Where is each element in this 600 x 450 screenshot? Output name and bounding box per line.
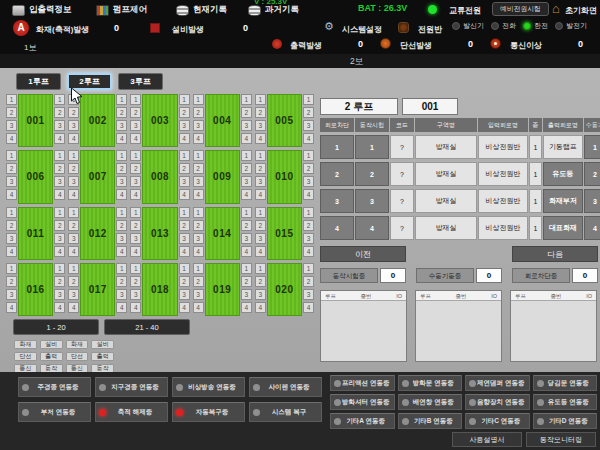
block-subpoint[interactable]: 1: [303, 150, 314, 161]
block-subpoint[interactable]: 3: [68, 176, 79, 187]
block-subpoint[interactable]: 2: [68, 220, 79, 231]
block-subpoint[interactable]: 3: [255, 120, 266, 131]
home-screen-button[interactable]: 초기화면: [565, 5, 597, 16]
block-subpoint[interactable]: 4: [68, 302, 79, 313]
block-subpoint[interactable]: 2: [6, 220, 17, 231]
block-subpoint[interactable]: 1: [6, 263, 17, 274]
block-subpoint[interactable]: 2: [241, 276, 252, 287]
block-subpoint[interactable]: 3: [116, 233, 127, 244]
block-subpoint[interactable]: 4: [255, 246, 266, 257]
block-subpoint[interactable]: 3: [54, 176, 65, 187]
block-subpoint[interactable]: 3: [303, 176, 314, 187]
block-subpoint[interactable]: 4: [255, 189, 266, 200]
interlock-right1-3[interactable]: 제연댐퍼 연동중: [465, 375, 530, 391]
block-subpoint[interactable]: 2: [68, 107, 79, 118]
block-subpoint[interactable]: 3: [68, 289, 79, 300]
block-subpoint[interactable]: 4: [130, 302, 141, 313]
block-subpoint[interactable]: 2: [241, 163, 252, 174]
block-subpoint[interactable]: 4: [68, 246, 79, 257]
block-subpoint[interactable]: 3: [6, 289, 17, 300]
block-subpoint[interactable]: 3: [193, 176, 204, 187]
block-subpoint[interactable]: 2: [179, 220, 190, 231]
block-subpoint[interactable]: 1: [303, 94, 314, 105]
user-manual-button[interactable]: 사용설명서: [452, 432, 522, 447]
block-subpoint[interactable]: 2: [116, 220, 127, 231]
block-subpoint[interactable]: 4: [116, 302, 127, 313]
zone-block-005[interactable]: 12340051234: [255, 94, 314, 147]
filter-button-4[interactable]: 설비: [91, 340, 114, 349]
block-subpoint[interactable]: 4: [6, 246, 17, 257]
block-subpoint[interactable]: 4: [68, 133, 79, 144]
block-subpoint[interactable]: 2: [116, 276, 127, 287]
filter-button-5[interactable]: 단선: [14, 352, 37, 361]
block-subpoint[interactable]: 2: [54, 107, 65, 118]
block-subpoint[interactable]: 4: [130, 133, 141, 144]
interlock-left2-3[interactable]: 자동복구중: [172, 402, 245, 422]
block-subpoint[interactable]: 3: [68, 120, 79, 131]
zone-block-008[interactable]: 12340081234: [130, 150, 189, 203]
block-subpoint[interactable]: 4: [303, 302, 314, 313]
operation-monitor-button[interactable]: 동작모니터링: [526, 432, 596, 447]
interlock-right3-3[interactable]: 기타C 연동중: [465, 413, 530, 429]
block-subpoint[interactable]: 4: [6, 133, 17, 144]
zone-block-012[interactable]: 12340121234: [68, 207, 127, 260]
block-subpoint[interactable]: 1: [130, 207, 141, 218]
block-subpoint[interactable]: 2: [179, 107, 190, 118]
manual-start-cell[interactable]: 4: [584, 216, 600, 240]
block-subpoint[interactable]: 2: [255, 220, 266, 231]
block-subpoint[interactable]: 3: [130, 233, 141, 244]
block-subpoint[interactable]: 2: [68, 163, 79, 174]
block-subpoint[interactable]: 1: [130, 94, 141, 105]
block-subpoint[interactable]: 3: [54, 120, 65, 131]
output-circuit-cell[interactable]: 유도등: [543, 162, 583, 186]
cutoff-cell[interactable]: 4: [320, 216, 354, 240]
block-subpoint[interactable]: 2: [303, 276, 314, 287]
block-subpoint[interactable]: 4: [303, 189, 314, 200]
block-subpoint[interactable]: 1: [241, 263, 252, 274]
prev-button[interactable]: 이전: [320, 246, 406, 262]
block-subpoint[interactable]: 1: [68, 150, 79, 161]
block-subpoint[interactable]: 2: [130, 220, 141, 231]
block-subpoint[interactable]: 2: [130, 163, 141, 174]
block-subpoint[interactable]: 4: [54, 302, 65, 313]
block-subpoint[interactable]: 2: [255, 107, 266, 118]
block-subpoint[interactable]: 2: [54, 163, 65, 174]
block-subpoint[interactable]: 4: [241, 189, 252, 200]
block-subpoint[interactable]: 1: [193, 150, 204, 161]
block-subpoint[interactable]: 3: [255, 176, 266, 187]
block-subpoint[interactable]: 1: [6, 150, 17, 161]
block-subpoint[interactable]: 1: [116, 94, 127, 105]
block-subpoint[interactable]: 4: [116, 133, 127, 144]
block-subpoint[interactable]: 2: [179, 163, 190, 174]
block-subpoint[interactable]: 2: [241, 107, 252, 118]
block-subpoint[interactable]: 3: [303, 233, 314, 244]
zone-block-020[interactable]: 12340201234: [255, 263, 314, 316]
loop-tab-1[interactable]: 1루프: [16, 73, 61, 90]
block-subpoint[interactable]: 4: [193, 189, 204, 200]
block-subpoint[interactable]: 1: [255, 94, 266, 105]
block-subpoint[interactable]: 3: [241, 289, 252, 300]
block-subpoint[interactable]: 4: [241, 302, 252, 313]
interlock-left2-1[interactable]: 부저 연동중: [18, 402, 91, 422]
block-subpoint[interactable]: 1: [193, 94, 204, 105]
zone-block-001[interactable]: 12340011234: [6, 94, 65, 147]
block-subpoint[interactable]: 3: [255, 233, 266, 244]
block-subpoint[interactable]: 4: [54, 133, 65, 144]
range-tab-1-20[interactable]: 1 - 20: [13, 319, 99, 335]
block-subpoint[interactable]: 2: [193, 163, 204, 174]
block-subpoint[interactable]: 2: [193, 220, 204, 231]
interlock-left2-4[interactable]: 시스템 복구: [249, 402, 322, 422]
menu-pump-control[interactable]: 펌프제어: [96, 4, 147, 16]
block-subpoint[interactable]: 3: [303, 289, 314, 300]
filter-button-3[interactable]: 화재: [66, 340, 89, 349]
filter-button-7[interactable]: 단선: [66, 352, 89, 361]
interlock-left1-1[interactable]: 주경종 연동중: [18, 377, 91, 397]
block-subpoint[interactable]: 2: [116, 163, 127, 174]
range-tab-21-40[interactable]: 21 - 40: [104, 319, 190, 335]
block-subpoint[interactable]: 1: [303, 207, 314, 218]
block-subpoint[interactable]: 1: [303, 263, 314, 274]
block-subpoint[interactable]: 4: [255, 302, 266, 313]
block-subpoint[interactable]: 2: [54, 220, 65, 231]
block-subpoint[interactable]: 2: [54, 276, 65, 287]
block-subpoint[interactable]: 4: [6, 189, 17, 200]
